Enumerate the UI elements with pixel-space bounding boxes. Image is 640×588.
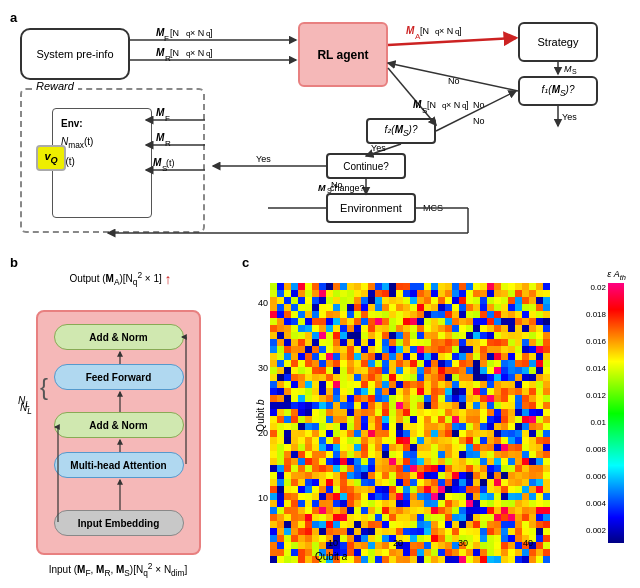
- colorbar-header: ε Ath: [607, 269, 626, 282]
- cb-tick-0.016: 0.016: [586, 337, 606, 346]
- svg-line-16: [388, 38, 516, 45]
- x-tick-40: 40: [523, 538, 533, 548]
- svg-text:No: No: [331, 180, 343, 190]
- cb-tick-0.014: 0.014: [586, 364, 606, 373]
- colorbar: [608, 283, 624, 543]
- svg-line-42: [436, 91, 516, 131]
- input-embedding-text: Input Embedding: [78, 518, 160, 529]
- panel-a-label: a: [10, 10, 17, 25]
- add-norm-top-box: Add & Norm: [54, 324, 184, 350]
- multi-head-attention-box: Multi-head Attention: [54, 452, 184, 478]
- nl-bracket: {: [40, 322, 48, 452]
- svg-text:[N: [N: [427, 100, 436, 110]
- svg-text:No: No: [473, 100, 485, 110]
- cb-tick-0.004: 0.004: [586, 499, 606, 508]
- svg-text:]: ]: [466, 100, 469, 110]
- reward-label: Reward: [32, 80, 78, 92]
- svg-text:No: No: [473, 116, 485, 126]
- svg-text:× N: × N: [190, 48, 204, 58]
- svg-text:M: M: [156, 47, 165, 58]
- svg-text:q: q: [455, 27, 459, 36]
- svg-text:S: S: [572, 68, 577, 75]
- rl-agent-box: RL agent: [298, 22, 388, 87]
- panel-b: b Output (MA)[Nq2 × 1] ↑ Add & Norm Feed…: [8, 255, 233, 580]
- y-tick-40: 40: [258, 298, 268, 308]
- env-label: Env:: [61, 115, 143, 133]
- vq-text: vQ: [44, 150, 57, 165]
- svg-text:q: q: [206, 49, 210, 58]
- svg-text:[N: [N: [170, 28, 179, 38]
- heatmap: [270, 283, 550, 563]
- svg-text:× N: × N: [439, 26, 453, 36]
- svg-text:× N: × N: [190, 28, 204, 38]
- svg-text:Yes: Yes: [562, 112, 577, 122]
- svg-text:M: M: [413, 99, 422, 110]
- svg-text:M: M: [318, 183, 326, 193]
- svg-text:Yes: Yes: [371, 143, 386, 153]
- add-norm-top-text: Add & Norm: [89, 332, 147, 343]
- y-tick-30: 30: [258, 363, 268, 373]
- svg-text:]: ]: [210, 48, 213, 58]
- rl-agent-text: RL agent: [317, 48, 368, 62]
- svg-text:q: q: [186, 49, 190, 58]
- svg-line-29: [388, 63, 518, 91]
- feed-forward-box: Feed Forward: [54, 364, 184, 390]
- svg-line-31: [388, 68, 436, 125]
- sys-pre-info-box: System pre-info: [20, 28, 130, 80]
- panel-c-label: c: [242, 255, 249, 270]
- add-norm-bottom-box: Add & Norm: [54, 412, 184, 438]
- input-embedding-box: Input Embedding: [54, 510, 184, 536]
- cb-tick-0.02: 0.02: [590, 283, 606, 292]
- x-axis-label: Qubit a: [315, 551, 347, 562]
- y-tick-10: 10: [258, 493, 268, 503]
- x-tick-20: 20: [393, 538, 403, 548]
- svg-text:M: M: [406, 25, 415, 36]
- svg-text:F: F: [164, 34, 169, 43]
- panel-a: a System pre-info RL agent Strategy f₁(M…: [8, 8, 618, 248]
- nl-outside: NL: [18, 395, 30, 409]
- cb-tick-0.008: 0.008: [586, 445, 606, 454]
- svg-text:MCS: MCS: [423, 203, 443, 213]
- vq-badge: vQ: [36, 145, 66, 171]
- nmax-label: Nmax(t): [61, 133, 143, 153]
- svg-text:S: S: [422, 106, 427, 115]
- output-label: Output (MA)[Nq2 × 1] ↑: [38, 269, 203, 287]
- svg-text:change?: change?: [330, 183, 365, 193]
- inner-env-box: Env: Nmax(t) ε(t): [52, 108, 152, 218]
- svg-text:R: R: [165, 54, 171, 63]
- eps-label: ε(t): [61, 153, 143, 171]
- x-tick-10: 10: [328, 538, 338, 548]
- strategy-text: Strategy: [538, 36, 579, 48]
- f1-text: f₁(MS)?: [542, 84, 575, 98]
- svg-text:[N: [N: [170, 48, 179, 58]
- transformer-bg: Add & Norm Feed Forward Add & Norm Multi…: [36, 310, 201, 555]
- continue-text: Continue?: [343, 161, 389, 172]
- figure: a System pre-info RL agent Strategy f₁(M…: [0, 0, 640, 588]
- svg-text:× N: × N: [446, 100, 460, 110]
- svg-text:M: M: [564, 64, 572, 74]
- cb-tick-0.006: 0.006: [586, 472, 606, 481]
- svg-text:No: No: [448, 76, 460, 86]
- panel-c: c ε Ath Qubit a Qubit b 10 20 30 40 10 2…: [240, 255, 630, 580]
- svg-text:[N: [N: [420, 26, 429, 36]
- svg-text:q: q: [186, 29, 190, 38]
- feed-forward-text: Feed Forward: [86, 372, 152, 383]
- svg-text:q: q: [206, 29, 210, 38]
- svg-text:]: ]: [459, 26, 462, 36]
- cb-tick-0.002: 0.002: [586, 526, 606, 535]
- input-label: Input (MF, MR, MS)[Nq2 × Ndim]: [8, 561, 228, 578]
- f2-box: f₂(MS)?: [366, 118, 436, 144]
- multi-head-text: Multi-head Attention: [70, 460, 166, 471]
- svg-text:q: q: [442, 101, 446, 110]
- svg-text:q: q: [462, 101, 466, 110]
- cb-tick-0.01: 0.01: [590, 418, 606, 427]
- reward-box: Reward Env: Nmax(t) ε(t) vQ: [20, 88, 205, 233]
- cb-tick-0.018: 0.018: [586, 310, 606, 319]
- svg-text:]: ]: [210, 28, 213, 38]
- sys-pre-info-text: System pre-info: [36, 48, 113, 60]
- strategy-box: Strategy: [518, 22, 598, 62]
- continue-box: Continue?: [326, 153, 406, 179]
- y-tick-20: 20: [258, 428, 268, 438]
- f1-box: f₁(MS)?: [518, 76, 598, 106]
- environment-text: Environment: [340, 202, 402, 214]
